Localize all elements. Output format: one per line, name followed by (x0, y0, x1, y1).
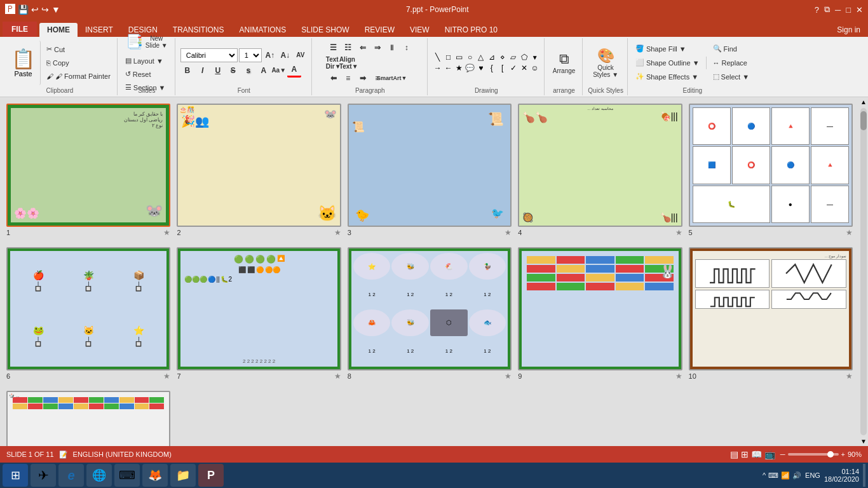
increase-font-button[interactable]: A↑ (263, 48, 277, 62)
slide-image-2[interactable]: 🎂🎊 🎉👥 🐱 🐭 (177, 104, 341, 227)
shape-outline-button[interactable]: ⬜ Shape Outline ▼ (633, 57, 702, 69)
taskbar-ie[interactable]: e (58, 464, 84, 487)
smiley-shape[interactable]: ☺ (530, 63, 540, 73)
change-case-button[interactable]: Aa▼ (272, 64, 286, 78)
slide-thumb-5[interactable]: ⭕ 🔵 🔺 — 🟦 ⭕ 🔵 🔺 🐛 ● — 5 ★ (689, 104, 853, 238)
paste-button[interactable]: 📋 Paste (6, 41, 41, 85)
restore-icon[interactable]: ⧉ (824, 4, 830, 15)
decrease-font-button[interactable]: A↓ (278, 48, 292, 62)
reset-button[interactable]: ↺ Reset (123, 68, 168, 81)
tab-slideshow[interactable]: SLIDE SHOW (294, 23, 356, 37)
italic-button[interactable]: I (196, 64, 210, 78)
slide-thumb-10[interactable]: نمودار موج ... (689, 247, 853, 382)
undo-icon[interactable]: ↩ (31, 4, 39, 15)
slide-image-6[interactable]: 🍎 | 🔲 🪴 | 🔲 📦 | 🔲 🐸 (6, 247, 170, 370)
slide-star-1[interactable]: ★ (163, 228, 170, 237)
taskbar-firefox[interactable]: 🦊 (142, 464, 168, 487)
zoom-out-button[interactable]: ─ (780, 451, 785, 458)
slide-thumb-6[interactable]: 🍎 | 🔲 🪴 | 🔲 📦 | 🔲 🐸 (6, 247, 170, 382)
slide-star-3[interactable]: ★ (505, 228, 512, 237)
rounded-rect-shape[interactable]: ▭ (454, 52, 465, 62)
tray-up-arrow[interactable]: ^ (763, 471, 766, 479)
left-arrow-shape[interactable]: ← (444, 63, 454, 73)
taskbar-files[interactable]: 📁 (170, 464, 196, 487)
font-size-select[interactable]: 18 (239, 48, 262, 62)
shape-effects-button[interactable]: ✨ Shape Effects ▼ (633, 71, 702, 83)
slide-image-7[interactable]: 🟢🟢🟢🟢🔼 ⬛⬛🟠🟠🟠 🟢🟢🟢🔵||🐛 2 2 2 2 2 2 2 2 2 (177, 247, 341, 370)
notes-icon[interactable]: 📝 (59, 451, 68, 459)
callout-shape[interactable]: 💬 (465, 63, 475, 73)
replace-button[interactable]: ↔ Replace (710, 57, 752, 69)
slide-image-10[interactable]: نمودار موج ... (689, 247, 853, 370)
slide-show-icon[interactable]: ⊞ (741, 449, 749, 459)
right-scrollbar[interactable]: ▲ ▼ (859, 97, 868, 446)
find-button[interactable]: 🔍 Find (710, 43, 752, 55)
show-desktop-button[interactable] (863, 464, 865, 487)
sign-in[interactable]: Sign in (837, 25, 860, 37)
presenter-view-icon[interactable]: 📺 (764, 449, 775, 459)
slide-star-5[interactable]: ★ (846, 228, 853, 237)
reading-view-icon[interactable]: 📖 (751, 449, 762, 459)
slides-panel[interactable]: با حقایق کبر ماریاضی اول دبستاننوع ۲ 🐭 🌸… (0, 97, 859, 446)
layout-button[interactable]: ▤ Layout ▼ (123, 55, 168, 67)
slide-image-9[interactable]: 🐰 (518, 247, 682, 370)
slide-star-4[interactable]: ★ (675, 228, 682, 237)
format-painter-button[interactable]: 🖌 🖌 Format Painter (44, 70, 113, 83)
keyboard-layout-icon[interactable]: ⌨ (768, 471, 778, 480)
bold-button[interactable]: B (180, 64, 194, 78)
slide-thumb-7[interactable]: 🟢🟢🟢🟢🔼 ⬛⬛🟠🟠🟠 🟢🟢🟢🔵||🐛 2 2 2 2 2 2 2 2 2 (177, 247, 341, 382)
line-spacing-button[interactable]: ↕ (400, 41, 414, 55)
arrange-button[interactable]: ⧉ Arrange (550, 41, 579, 85)
oval-shape[interactable]: ○ (465, 52, 475, 62)
scroll-down-arrow[interactable]: ▼ (859, 437, 868, 446)
diamond-shape[interactable]: ⋄ (498, 52, 508, 62)
cross-shape[interactable]: ✕ (519, 63, 529, 73)
redo-icon[interactable]: ↪ (41, 4, 49, 15)
minimize-icon[interactable]: ─ (835, 5, 841, 15)
shape-fill-button[interactable]: 🪣 Shape Fill ▼ (633, 43, 702, 55)
new-slide-button[interactable]: 📑 NewSlide ▼ (123, 32, 171, 52)
customize-icon[interactable]: ▼ (51, 4, 60, 15)
slide-image-5[interactable]: ⭕ 🔵 🔺 — 🟦 ⭕ 🔵 🔺 🐛 ● — (689, 104, 853, 227)
brace-shape[interactable]: { (487, 63, 497, 73)
scroll-up-arrow[interactable]: ▲ (859, 97, 868, 107)
slide-star-6[interactable]: ★ (163, 372, 170, 381)
text-direction-button[interactable]: Text Dir▼ (327, 56, 341, 70)
taskbar-keyboard[interactable]: ⌨ (114, 464, 140, 487)
slide-thumb-2[interactable]: 🎂🎊 🎉👥 🐱 🐭 2 ★ (177, 104, 341, 238)
scroll-track[interactable] (860, 108, 867, 435)
slide-thumb-1[interactable]: با حقایق کبر ماریاضی اول دبستاننوع ۲ 🐭 🌸… (6, 104, 170, 238)
normal-view-icon[interactable]: ▤ (730, 449, 738, 459)
slide-star-8[interactable]: ★ (505, 372, 512, 381)
numbered-list-button[interactable]: ☷ (341, 41, 355, 55)
rect-shape[interactable]: □ (444, 52, 454, 62)
center-button[interactable]: ≡ (341, 71, 355, 85)
save-icon[interactable]: 💾 (18, 4, 29, 15)
slide-star-9[interactable]: ★ (675, 372, 682, 381)
slide-star-7[interactable]: ★ (334, 372, 341, 381)
convert-smartart-button[interactable]: SmartArt▼ (385, 71, 399, 85)
slide-image-8[interactable]: ⭐ 🐝 🐔 🦆 1 2 1 2 1 2 1 2 🦀 🐝 ⬡ 🐟 1 2 1 2 … (348, 247, 512, 370)
pentagon-shape[interactable]: ⬠ (519, 52, 529, 62)
taskbar-telegram[interactable]: ✈ (31, 464, 56, 487)
slide-thumb-9[interactable]: 🐰 9 ★ (518, 247, 682, 382)
star-shape[interactable]: ★ (454, 63, 465, 73)
increase-indent-button[interactable]: ⇒ (370, 41, 384, 55)
help-icon[interactable]: ? (815, 5, 819, 15)
slide-thumb-4[interactable]: محاسبه تعداد ... 🍗🍗 🍖||| 🥘 🍗||| 4 ★ (518, 104, 682, 238)
tab-nitro[interactable]: NITRO PRO 10 (437, 23, 505, 37)
tab-file[interactable]: FILE (3, 22, 37, 37)
font-name-select[interactable]: Calibri (180, 48, 238, 62)
select-button[interactable]: ⬚ Select ▼ (710, 71, 752, 83)
slide-star-2[interactable]: ★ (334, 228, 341, 237)
slide-thumb-8[interactable]: ⭐ 🐝 🐔 🦆 1 2 1 2 1 2 1 2 🦀 🐝 ⬡ 🐟 1 2 1 2 … (348, 247, 512, 382)
slide-image-4[interactable]: محاسبه تعداد ... 🍗🍗 🍖||| 🥘 🍗||| (518, 104, 682, 227)
zoom-in-button[interactable]: + (841, 451, 845, 458)
slide-thumb-11[interactable]: 🎲 ... 11 ★ (6, 391, 170, 446)
tab-home[interactable]: HOME (39, 23, 78, 37)
slide-image-11[interactable]: 🎲 ... (6, 391, 170, 446)
tab-insert[interactable]: INSERT (78, 23, 121, 37)
bullet-list-button[interactable]: ☰ (327, 41, 341, 55)
volume-icon[interactable]: 🔊 (792, 471, 801, 480)
strikethrough-button[interactable]: S (226, 64, 240, 78)
